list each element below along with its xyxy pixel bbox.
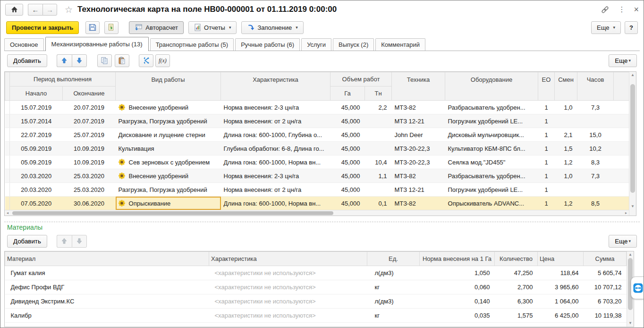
cell-equipment[interactable]: Погрузчик удобрений LE... <box>445 183 538 197</box>
cell-material[interactable]: Дивиденд Экстрим.КС <box>5 294 209 309</box>
cell-hours[interactable]: 15,0 <box>577 128 614 142</box>
works-col-hours[interactable]: Часов <box>577 72 614 101</box>
cell-end-date[interactable]: 20.07.2019 <box>63 114 116 128</box>
cell-machine[interactable]: МТЗ-82 <box>392 169 445 183</box>
works-row[interactable]: 15.07.201920.07.2019Внесение удобренийНо… <box>5 101 629 114</box>
paste-button[interactable] <box>115 54 129 67</box>
cell-volume-tn[interactable]: 0,1 <box>365 197 392 210</box>
works-row[interactable]: 20.03.202025.03.2020Разгрузка, Погрузка … <box>5 183 629 197</box>
works-col-end[interactable]: Окончание <box>63 86 116 101</box>
copy-button[interactable] <box>97 54 112 67</box>
materials-row[interactable]: Дефис Профи ВДГ<характеристики не исполь… <box>5 280 627 294</box>
cell-start-date[interactable]: 20.03.2020 <box>10 169 63 183</box>
cell-start-date[interactable]: 05.09.2019 <box>10 142 63 155</box>
materials-col-rate[interactable]: Норма внесения на 1 Га <box>420 252 495 266</box>
works-col-characteristic[interactable]: Характеристика <box>221 72 330 101</box>
cell-machine[interactable]: МТЗ-20-22,3 <box>392 155 445 169</box>
materials-col-price[interactable]: Цена <box>538 252 584 266</box>
cell-machine[interactable]: МТЗ-20-22,3 <box>392 142 445 155</box>
cell-start-date[interactable]: 20.03.2020 <box>10 183 63 197</box>
cell-equipment[interactable]: Культиватор КБМ-8ПС бл... <box>445 142 538 155</box>
materials-more-button[interactable]: Еще ▾ <box>609 235 637 248</box>
cell-eo[interactable]: 1 <box>538 169 555 183</box>
cell-shifts[interactable]: 1,2 <box>555 155 577 169</box>
materials-move-up-button[interactable] <box>57 235 72 248</box>
cell-hours[interactable]: 10,2 <box>577 142 614 155</box>
formula-button[interactable]: f(x) <box>155 54 170 67</box>
works-col-worktype[interactable]: Вид работы <box>116 72 221 101</box>
works-col-equipment[interactable]: Оборудование <box>445 72 538 101</box>
back-button[interactable]: ← <box>28 4 42 16</box>
cell-machine[interactable]: МТЗ-82 <box>392 101 445 114</box>
cell-quantity[interactable]: 1,575 <box>495 309 538 323</box>
cell-volume-tn[interactable] <box>365 142 392 155</box>
materials-move-down-button[interactable] <box>72 235 87 248</box>
favorite-star-icon[interactable]: ☆ <box>65 4 73 15</box>
works-col-start[interactable]: Начало <box>10 86 63 101</box>
cell-start-date[interactable]: 05.09.2019 <box>10 155 63 169</box>
works-col-machine[interactable]: Техника <box>392 72 445 101</box>
works-col-volume[interactable]: Объем работ <box>330 72 392 86</box>
cell-sum[interactable]: 10 707,12 <box>584 280 627 294</box>
cell-volume-ha[interactable]: 45,000 <box>330 155 365 169</box>
tab-mechanized-works[interactable]: Механизированные работы (13) <box>45 37 149 51</box>
cell-characteristic[interactable]: <характеристики не используются> <box>209 280 367 294</box>
teamviewer-dock[interactable] <box>631 276 644 299</box>
cell-work-type[interactable]: Культивация <box>116 142 221 155</box>
works-row[interactable]: 20.03.202025.03.2020Внесение удобренийНо… <box>5 169 629 183</box>
structure-button[interactable] <box>139 54 153 67</box>
cell-machine[interactable]: МТЗ 12-21 <box>392 183 445 197</box>
cell-hours[interactable]: 8,3 <box>577 155 614 169</box>
materials-add-button[interactable]: Добавить <box>7 235 47 248</box>
cell-rate-per-ha[interactable]: 0,035 <box>420 309 495 323</box>
cell-end-date[interactable]: 25.03.2020 <box>63 169 116 183</box>
cell-start-date[interactable]: 15.07.2019 <box>10 101 63 114</box>
autocalc-button[interactable]: Авторасчет <box>129 21 184 34</box>
cell-shifts[interactable]: 1,5 <box>555 142 577 155</box>
cell-machine[interactable]: МТЗ-82 <box>392 197 445 210</box>
help-button[interactable]: ? <box>625 21 638 34</box>
cell-end-date[interactable]: 10.09.2019 <box>63 142 116 155</box>
cell-characteristic[interactable]: Норма внесения: 2-3 цн/га <box>221 101 330 114</box>
materials-col-material[interactable]: Материал <box>5 252 209 266</box>
materials-row[interactable]: Гумат калия<характеристики не используют… <box>5 266 627 280</box>
move-up-button[interactable] <box>57 54 72 67</box>
cell-volume-ha[interactable]: 45,000 <box>330 114 365 128</box>
cell-work-type[interactable]: Сев зерновых с удобрением <box>116 155 221 169</box>
home-button[interactable] <box>5 4 23 16</box>
cell-rate-per-ha[interactable]: 0,140 <box>420 294 495 309</box>
cell-volume-ha[interactable]: 45,000 <box>330 169 365 183</box>
works-row[interactable]: 22.07.201925.07.2019Дискование и лущение… <box>5 128 629 142</box>
materials-col-characteristic[interactable]: Характеристика <box>209 252 367 266</box>
cell-price[interactable]: 6 425,00 <box>538 309 584 323</box>
cell-rate-per-ha[interactable]: 0,060 <box>420 280 495 294</box>
tab-services[interactable]: Услуги <box>301 38 331 51</box>
cell-eo[interactable]: 1 <box>538 183 555 197</box>
post-document-button[interactable] <box>104 21 119 34</box>
tab-comment[interactable]: Комментарий <box>375 38 425 51</box>
tab-main[interactable]: Основное <box>4 38 44 51</box>
get-link-button[interactable] <box>601 5 610 14</box>
cell-equipment[interactable]: Сеялка мод."JD455" <box>445 155 538 169</box>
cell-eo[interactable]: 1 <box>538 114 555 128</box>
cell-volume-ha[interactable]: 45,000 <box>330 128 365 142</box>
cell-volume-ha[interactable]: 45,000 <box>330 101 365 114</box>
forward-button[interactable]: → <box>42 4 57 16</box>
cell-volume-tn[interactable]: 2,2 <box>365 101 392 114</box>
cell-shifts[interactable]: 1,0 <box>555 169 577 183</box>
cell-equipment[interactable]: Разбрасыватель удобрен... <box>445 169 538 183</box>
works-vscroll-thumb[interactable] <box>630 84 635 193</box>
cell-hours[interactable]: 7,3 <box>577 169 614 183</box>
scroll-down-icon[interactable]: ▼ <box>629 204 636 209</box>
cell-unit[interactable]: л(дм3) <box>367 266 420 280</box>
scroll-up-icon[interactable]: ▲ <box>627 252 634 258</box>
cell-material[interactable]: Калибр <box>5 309 209 323</box>
cell-sum[interactable]: 10 119,38 <box>584 309 627 323</box>
cell-unit[interactable]: кг <box>367 309 420 323</box>
cell-characteristic[interactable]: <характеристики не используются> <box>209 294 367 309</box>
cell-volume-ha[interactable]: 45,000 <box>330 197 365 210</box>
cell-end-date[interactable]: 20.07.2019 <box>63 101 116 114</box>
cell-unit[interactable]: кг <box>367 280 420 294</box>
cell-hours[interactable] <box>577 114 614 128</box>
cell-end-date[interactable]: 10.09.2019 <box>63 155 116 169</box>
